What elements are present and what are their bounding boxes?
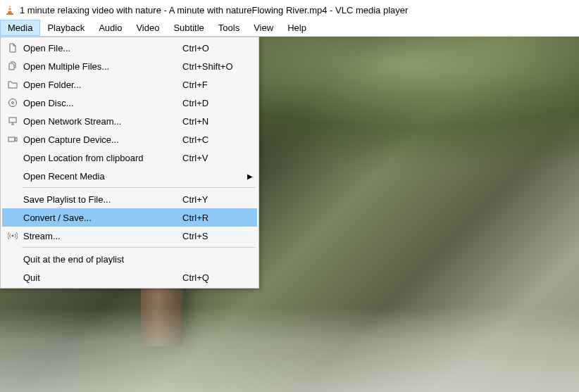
folder-icon (5, 78, 20, 91)
menu-open-clipboard[interactable]: Open Location from clipboardCtrl+V (2, 148, 257, 167)
menu-item-shortcut: Ctrl+S (182, 231, 246, 241)
blank-icon (5, 253, 20, 265)
menu-item-label: Open Folder... (20, 80, 182, 90)
files-icon (5, 60, 20, 72)
file-icon (5, 42, 20, 54)
menu-item-label: Save Playlist to File... (20, 194, 182, 205)
menu-item-shortcut: Ctrl+R (182, 213, 246, 223)
menu-subtitle[interactable]: Subtitle (166, 20, 211, 36)
svg-point-7 (12, 235, 14, 237)
menu-item-shortcut: Ctrl+Q (182, 272, 246, 283)
menu-separator (22, 187, 256, 188)
menu-media[interactable]: Media (0, 20, 40, 36)
menu-item-shortcut: Ctrl+Y (182, 194, 246, 205)
network-icon (5, 115, 20, 127)
menu-separator (22, 247, 256, 248)
menu-open-capture-device[interactable]: Open Capture Device...Ctrl+C (2, 130, 257, 148)
menu-playback[interactable]: Playback (40, 20, 92, 36)
svg-rect-5 (9, 118, 16, 122)
menu-open-file[interactable]: Open File...Ctrl+O (2, 39, 257, 57)
menu-open-recent[interactable]: Open Recent Media▶ (2, 167, 257, 185)
menu-item-label: Open Capture Device... (20, 134, 182, 145)
svg-point-3 (9, 99, 17, 107)
menu-video[interactable]: Video (129, 20, 166, 36)
svg-rect-6 (8, 137, 15, 141)
menu-help[interactable]: Help (280, 20, 313, 36)
menu-view[interactable]: View (247, 20, 280, 36)
svg-rect-0 (6, 13, 13, 15)
menu-item-label: Open Multiple Files... (20, 61, 182, 72)
menu-item-label: Open File... (20, 43, 182, 53)
menu-item-shortcut: Ctrl+D (182, 98, 246, 108)
menu-item-shortcut: Ctrl+F (182, 80, 246, 90)
menu-open-disc[interactable]: Open Disc...Ctrl+D (2, 94, 257, 112)
capture-icon (5, 133, 20, 146)
blank-icon (5, 170, 20, 182)
vlc-cone-icon (4, 4, 15, 15)
menu-item-label: Convert / Save... (20, 213, 182, 223)
menu-tools[interactable]: Tools (211, 20, 247, 36)
titlebar: 1 minute relaxing video with nature - A … (0, 0, 579, 20)
menu-item-shortcut: Ctrl+N (182, 116, 246, 127)
menu-quit[interactable]: QuitCtrl+Q (2, 268, 257, 286)
menu-item-label: Quit (20, 272, 182, 283)
svg-rect-2 (8, 10, 12, 11)
submenu-arrow-icon: ▶ (246, 172, 253, 180)
blank-icon (5, 211, 20, 224)
menu-open-folder[interactable]: Open Folder...Ctrl+F (2, 75, 257, 94)
menu-convert-save[interactable]: Convert / Save...Ctrl+R (2, 208, 257, 227)
menu-quit-end[interactable]: Quit at the end of playlist (2, 250, 257, 268)
menu-item-shortcut: Ctrl+Shift+O (182, 61, 246, 72)
disc-icon (5, 96, 20, 109)
stream-icon (5, 229, 20, 242)
menu-item-label: Stream... (20, 231, 182, 241)
svg-point-4 (12, 102, 14, 104)
menu-open-network-stream[interactable]: Open Network Stream...Ctrl+N (2, 112, 257, 130)
menu-save-playlist[interactable]: Save Playlist to File...Ctrl+Y (2, 190, 257, 208)
menu-item-label: Open Recent Media (20, 171, 182, 182)
menu-audio[interactable]: Audio (92, 20, 129, 36)
menu-item-shortcut: Ctrl+C (182, 134, 246, 145)
window-title: 1 minute relaxing video with nature - A … (20, 5, 408, 15)
menubar: MediaPlaybackAudioVideoSubtitleToolsView… (0, 20, 579, 37)
menu-item-label: Open Network Stream... (20, 116, 182, 127)
menu-item-shortcut: Ctrl+V (182, 153, 246, 163)
menu-item-shortcut: Ctrl+O (182, 43, 246, 53)
menu-open-multiple-files[interactable]: Open Multiple Files...Ctrl+Shift+O (2, 57, 257, 75)
media-dropdown: Open File...Ctrl+OOpen Multiple Files...… (0, 37, 259, 289)
blank-icon (5, 271, 20, 284)
menu-item-label: Quit at the end of playlist (20, 254, 182, 265)
menu-item-label: Open Disc... (20, 98, 182, 108)
menu-item-label: Open Location from clipboard (20, 153, 182, 163)
menu-stream[interactable]: Stream...Ctrl+S (2, 227, 257, 245)
blank-icon (5, 193, 20, 206)
svg-rect-1 (8, 7, 11, 8)
blank-icon (5, 151, 20, 164)
